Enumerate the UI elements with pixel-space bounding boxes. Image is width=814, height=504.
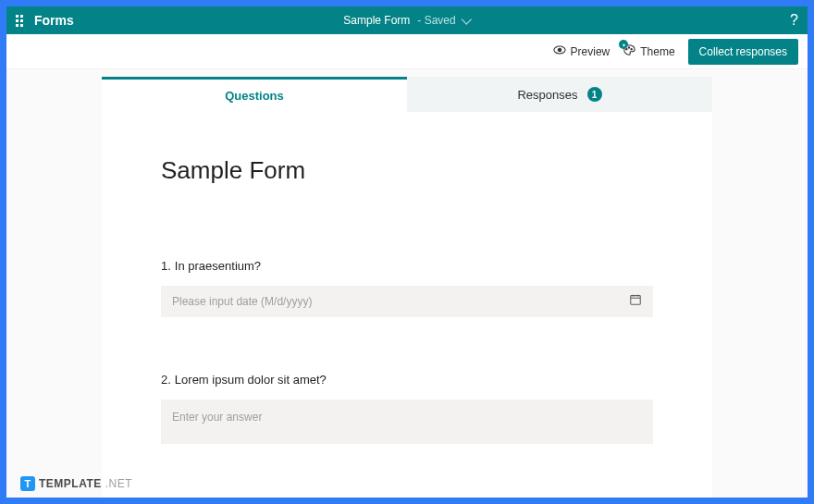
question-2[interactable]: 2. Lorem ipsum dolor sit amet? Enter you… [161, 373, 653, 444]
date-input[interactable]: Please input date (M/d/yyyy) [161, 286, 653, 317]
tab-responses[interactable]: Responses 1 [407, 77, 712, 112]
toolbar: Preview ✦ Theme Collect responses [6, 34, 808, 69]
collect-responses-button[interactable]: Collect responses [688, 39, 798, 65]
question-1[interactable]: 1. In praesentium? Please input date (M/… [161, 259, 653, 317]
preview-label: Preview [571, 45, 610, 58]
response-count-badge: 1 [587, 87, 602, 102]
question-1-label: 1. In praesentium? [161, 259, 653, 273]
svg-point-3 [629, 47, 630, 48]
app-launcher-icon[interactable] [16, 15, 23, 27]
watermark: T TEMPLATE.NET [20, 476, 132, 491]
eye-icon [553, 43, 566, 59]
help-button[interactable]: ? [790, 12, 798, 29]
svg-point-2 [626, 48, 627, 49]
theme-button[interactable]: ✦ Theme [623, 43, 674, 59]
tab-questions-label: Questions [225, 89, 284, 103]
titlebar: Forms Sample Form - Saved ? [6, 6, 808, 34]
app-name[interactable]: Forms [34, 13, 74, 28]
tab-questions[interactable]: Questions [102, 77, 407, 112]
svg-point-1 [558, 48, 561, 52]
form-title[interactable]: Sample Form [161, 156, 653, 185]
question-2-label: 2. Lorem ipsum dolor sit amet? [161, 373, 653, 387]
text-input[interactable]: Enter your answer [161, 400, 653, 444]
calendar-icon[interactable] [629, 293, 642, 310]
date-placeholder: Please input date (M/d/yyyy) [172, 295, 629, 308]
watermark-icon: T [20, 476, 35, 491]
preview-button[interactable]: Preview [553, 43, 610, 59]
chevron-down-icon [462, 14, 472, 24]
document-title-dropdown[interactable]: Sample Form - Saved [343, 14, 470, 27]
document-title: Sample Form [343, 14, 410, 27]
svg-point-4 [631, 48, 632, 49]
tab-responses-label: Responses [517, 88, 577, 102]
svg-rect-5 [631, 296, 641, 305]
tabs: Questions Responses 1 [102, 77, 712, 112]
theme-label: Theme [640, 45, 674, 58]
content-area: Questions Responses 1 Sample Form 1. In … [6, 69, 808, 498]
form-body: Sample Form 1. In praesentium? Please in… [102, 112, 712, 498]
